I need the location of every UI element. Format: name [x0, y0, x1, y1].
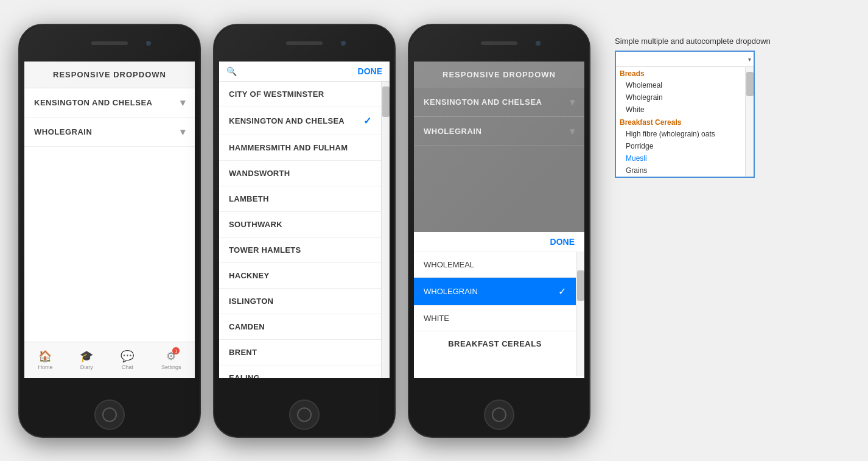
phone3-camera [536, 41, 541, 46]
phone3-options-wrapper: WHOLEMEAL WHOLEGRAIN ✓ WHITE BREAKFAST C… [414, 252, 584, 376]
phone3-top-section: RESPONSIVE DROPDOWN KENSINGTON AND CHELS… [414, 62, 584, 232]
option-wholemeal[interactable]: WHOLEMEAL [414, 252, 576, 278]
phone1-top-bar [19, 25, 200, 62]
desktop-list-wrapper: Breads Wholemeal Wholegrain White Breakf… [616, 67, 754, 177]
chat-icon: 💬 [121, 350, 134, 363]
list-item-hammersmith[interactable]: HAMMERSMITH AND FULHAM [219, 135, 381, 161]
phone1-bottom [19, 378, 200, 438]
phone1-header: RESPONSIVE DROPDOWN [24, 62, 195, 88]
home-icon: 🏠 [38, 350, 52, 363]
list-item-city-of-westminster[interactable]: CITY OF WESTMINSTER [219, 82, 381, 107]
phone2-top-bar [214, 25, 394, 62]
list-item-hackney[interactable]: HACKNEY [219, 263, 381, 289]
phone1-content: RESPONSIVE DROPDOWN KENSINGTON AND CHELS… [24, 62, 195, 147]
diary-icon: 🎓 [80, 350, 93, 363]
desktop-item-wholegrain[interactable]: Wholegrain [616, 91, 745, 104]
settings-badge: 1 [172, 347, 180, 354]
phone2: 🔍 DONE CITY OF WESTMINSTER KENSINGTON AN… [213, 24, 396, 438]
phone3-scroll-thumb [577, 270, 584, 301]
desktop-item-high-fibre[interactable]: High fibre (wholegrain) oats [616, 128, 745, 140]
phone2-scroll-thumb [382, 86, 390, 117]
phone1-speaker [91, 41, 128, 45]
phone3-scrollbar[interactable] [576, 252, 584, 376]
list-item-tower-hamlets[interactable]: TOWER HAMLETS [219, 238, 381, 263]
option-white[interactable]: WHITE [414, 306, 576, 331]
phone3-dropdown1-arrow: ▾ [570, 96, 575, 108]
phone2-done-button[interactable]: DONE [358, 66, 382, 76]
desktop-item-muesli[interactable]: Muesli [616, 152, 745, 164]
list-item-kensington[interactable]: KENSINGTON AND CHELSEA ✓ [219, 107, 381, 135]
phone1-home-button[interactable] [94, 399, 125, 430]
check-icon: ✓ [363, 115, 371, 127]
list-item-ealing[interactable]: EALING [219, 365, 381, 378]
option-check-icon: ✓ [558, 286, 566, 297]
phone2-screen: 🔍 DONE CITY OF WESTMINSTER KENSINGTON AN… [219, 62, 390, 378]
phone1-dropdown2-arrow: ▾ [180, 126, 186, 138]
phone3-bottom-panel: DONE WHOLEMEAL WHOLEGRAIN ✓ WHITE [414, 232, 584, 378]
desktop-scroll-thumb [746, 72, 754, 96]
phone3-dropdown2[interactable]: WHOLEGRAIN ▾ [414, 117, 584, 146]
desktop-list-content: Breads Wholemeal Wholegrain White Breakf… [616, 67, 745, 177]
phone2-content: 🔍 DONE CITY OF WESTMINSTER KENSINGTON AN… [219, 62, 390, 378]
chevron-down-icon: ▾ [748, 56, 751, 63]
phone3-dropdown2-arrow: ▾ [570, 125, 575, 137]
desktop-group-breads: Breads [616, 67, 745, 79]
phone3-done-button[interactable]: DONE [550, 237, 575, 247]
phone1: RESPONSIVE DROPDOWN KENSINGTON AND CHELS… [18, 24, 201, 438]
phone3-dropdown2-value: WHOLEGRAIN [424, 127, 481, 136]
option-group-breakfast-cereals: BREAKFAST CEREALS [414, 331, 576, 354]
phone1-dropdown1-value: KENSINGTON AND CHELSEA [34, 98, 152, 107]
phone2-bottom [214, 378, 394, 438]
option-wholegrain[interactable]: WHOLEGRAIN ✓ [414, 278, 576, 306]
page-container: RESPONSIVE DROPDOWN KENSINGTON AND CHELS… [0, 12, 868, 449]
nav-chat-label: Chat [122, 364, 133, 370]
list-item-islington[interactable]: ISLINGTON [219, 289, 381, 314]
desktop-item-wholemeal[interactable]: Wholemeal [616, 79, 745, 91]
nav-chat[interactable]: 💬 Chat [121, 350, 134, 370]
nav-diary[interactable]: 🎓 Diary [80, 350, 93, 370]
phone1-dropdown2-value: WHOLEGRAIN [34, 127, 92, 136]
nav-diary-label: Diary [80, 364, 93, 370]
phone3-done-bar: DONE [414, 232, 584, 252]
phone3-bottom [409, 378, 589, 438]
phone3-home-button[interactable] [484, 399, 514, 430]
phone3-speaker [481, 41, 517, 45]
desktop-dropdown-list: Breads Wholemeal Wholegrain White Breakf… [616, 66, 754, 177]
list-item-southwark[interactable]: SOUTHWARK [219, 212, 381, 238]
settings-icon: ⚙ 1 [166, 350, 176, 363]
list-item-lambeth[interactable]: LAMBETH [219, 186, 381, 212]
phone2-search-bar: 🔍 DONE [219, 62, 390, 82]
desktop-dropdown-header[interactable]: ▾ [616, 52, 754, 66]
nav-home[interactable]: 🏠 Home [38, 350, 52, 370]
phone2-list-wrapper: CITY OF WESTMINSTER KENSINGTON AND CHELS… [219, 82, 390, 378]
phone3-top-bar [409, 25, 589, 62]
list-item-brent[interactable]: BRENT [219, 340, 381, 365]
phone1-bottom-nav: 🏠 Home 🎓 Diary 💬 Chat ⚙ 1 Settings [24, 342, 195, 378]
phone3-screen: RESPONSIVE DROPDOWN KENSINGTON AND CHELS… [414, 62, 584, 378]
desktop-scrollbar[interactable] [745, 67, 754, 177]
phone2-speaker [286, 41, 323, 45]
phone1-camera [146, 41, 151, 46]
phone2-scrollbar[interactable] [381, 82, 390, 378]
phone1-screen: RESPONSIVE DROPDOWN KENSINGTON AND CHELS… [24, 62, 195, 378]
phone2-home-button[interactable] [289, 399, 320, 430]
list-item-wandsworth[interactable]: WANDSWORTH [219, 161, 381, 186]
phone1-dropdown1-arrow: ▾ [180, 97, 186, 108]
phone2-camera [341, 41, 346, 46]
desktop-item-white[interactable]: White [616, 104, 745, 116]
nav-home-label: Home [38, 364, 52, 370]
nav-settings-label: Settings [161, 364, 181, 370]
phone3: RESPONSIVE DROPDOWN KENSINGTON AND CHELS… [408, 24, 590, 438]
desktop-dropdown[interactable]: ▾ Breads Wholemeal Wholegrain White Brea… [615, 51, 755, 178]
phone3-dropdown1[interactable]: KENSINGTON AND CHELSEA ▾ [414, 88, 584, 117]
phone3-header: RESPONSIVE DROPDOWN [414, 62, 584, 88]
phone1-dropdown1[interactable]: KENSINGTON AND CHELSEA ▾ [24, 88, 195, 118]
phone1-dropdown2[interactable]: WHOLEGRAIN ▾ [24, 118, 195, 147]
nav-settings[interactable]: ⚙ 1 Settings [161, 350, 181, 370]
phone3-options-list: WHOLEMEAL WHOLEGRAIN ✓ WHITE BREAKFAST C… [414, 252, 576, 354]
list-item-camden[interactable]: CAMDEN [219, 314, 381, 340]
desktop-item-porridge[interactable]: Porridge [616, 140, 745, 152]
desktop-panel: Simple multiple and autocomplete dropdow… [603, 24, 850, 190]
desktop-item-grains[interactable]: Grains [616, 164, 745, 177]
phone2-list: CITY OF WESTMINSTER KENSINGTON AND CHELS… [219, 82, 381, 378]
